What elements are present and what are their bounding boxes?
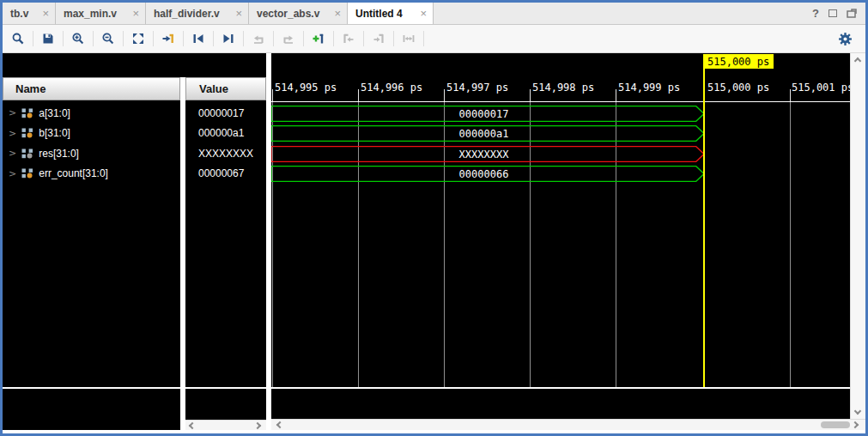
expand-chevron-icon[interactable]: > [9,107,16,118]
bus-wave-res[interactable]: XXXXXXXX [271,146,706,162]
toolbar-separator [93,31,94,46]
swap-cursor-button[interactable] [398,27,420,50]
tab-label: max_min.v [64,8,117,20]
toolbar-separator [333,31,334,46]
toolbar-separator [33,31,33,46]
tab-half-divider-v[interactable]: half_divider.v × [146,3,249,24]
signal-row-a[interactable]: > a[31:0] [3,103,180,124]
name-panel-bottom [3,389,180,430]
next-transition-button[interactable] [217,27,240,50]
tab-vector-abs-v[interactable]: vector_abs.v × [249,3,348,24]
toolbar-separator [123,31,124,46]
gridline [530,102,531,387]
float-window-icon[interactable] [829,9,837,17]
waveform-vscrollbar[interactable] [850,53,865,419]
toolbar-separator [273,31,274,46]
new-window-icon[interactable] [847,9,857,18]
time-tick-label: 515,000 ps [707,82,769,94]
signal-name-list: > a[31:0] > b[31:0] > [3,100,180,387]
gridline [790,102,791,387]
scroll-left-icon[interactable] [276,421,283,428]
time-tick-label: 514,999 ps [618,82,680,94]
swap-previous-button[interactable] [247,27,270,50]
go-to-time-button[interactable] [157,27,179,50]
gridline [616,102,616,387]
signal-value: 00000017 [191,107,244,119]
editor-tab-bar: tb.v × max_min.v × half_divider.v × vect… [3,3,865,25]
scroll-right-icon[interactable] [852,421,859,428]
signal-name: b[31:0] [39,127,70,139]
toolbar-separator [153,31,154,46]
expand-chevron-icon[interactable]: > [9,128,16,139]
signal-value-list: 00000017 000000a1 XXXXXXXX 00000067 [185,100,266,387]
previous-transition-button[interactable] [187,27,209,50]
find-button[interactable] [7,27,29,50]
zoom-fit-button[interactable] [127,27,149,50]
tab-max-min-v[interactable]: max_min.v × [56,3,146,24]
waveform-bottom-line [271,387,850,389]
bus-value-label: 00000017 [271,108,696,120]
add-marker-button[interactable] [307,27,330,50]
toolbar-separator [393,31,394,46]
bus-wave-a[interactable]: 00000017 [271,106,706,122]
scroll-left-icon[interactable] [189,422,196,429]
bus-signal-icon [21,108,33,118]
tab-close-icon[interactable]: × [420,7,427,20]
cursor-time-badge[interactable]: 515,000 ps [703,54,774,69]
vivado-waveform-window: tb.v × max_min.v × half_divider.v × vect… [0,0,868,436]
tab-label: Untitled 4 [355,8,403,20]
toolbar-separator [243,31,244,46]
signal-value: 000000a1 [191,127,244,139]
signal-row-err-count[interactable]: > err_count[31:0] [3,164,180,185]
previous-marker-button[interactable] [337,27,360,50]
gridline [358,102,359,387]
waveform-canvas[interactable]: 515,000 ps 514,995 ps 514,996 ps 514,997… [271,53,850,420]
swap-next-button[interactable] [277,27,300,50]
zoom-out-button[interactable] [97,27,119,50]
axis-tick [530,89,531,102]
toolbar-separator [63,31,64,46]
signal-value: 00000067 [191,167,244,179]
settings-gear-icon[interactable] [834,27,856,50]
time-tick-label: 514,998 ps [532,82,594,94]
tab-label: vector_abs.v [257,8,319,20]
hscrollbar-thumb[interactable] [821,421,850,428]
signal-panel-top-strip [3,53,266,77]
tab-label: tb.v [10,8,28,20]
time-cursor-line[interactable] [703,69,705,387]
signal-row-b[interactable]: > b[31:0] [3,124,180,144]
bus-signal-icon [21,148,33,159]
value-column-hscrollbar[interactable] [185,420,266,430]
axis-tick [790,89,791,102]
save-button[interactable] [37,27,59,50]
help-icon[interactable]: ? [812,7,819,20]
tab-close-icon[interactable]: × [42,7,49,20]
signal-name: res[31:0] [39,148,79,160]
axis-tick [358,89,359,102]
tab-tb-v[interactable]: tb.v × [3,3,56,24]
tab-untitled-4[interactable]: Untitled 4 × [348,3,434,24]
scroll-right-icon[interactable] [254,422,261,429]
expand-chevron-icon[interactable]: > [9,168,16,179]
scroll-up-icon[interactable] [854,58,861,64]
bus-wave-b[interactable]: 000000a1 [271,125,706,142]
bus-value-label: 000000a1 [271,128,696,140]
tab-close-icon[interactable]: × [132,7,139,20]
name-column-header[interactable]: Name [3,77,180,100]
bus-value-label: 00000066 [271,168,696,180]
tab-close-icon[interactable]: × [334,7,341,20]
value-column-header[interactable]: Value [185,77,266,100]
signal-row-res[interactable]: > res[31:0] [3,143,180,164]
expand-chevron-icon[interactable]: > [9,148,16,159]
scroll-down-icon[interactable] [854,408,861,415]
next-marker-button[interactable] [367,27,390,50]
tab-close-icon[interactable]: × [235,7,242,20]
bus-wave-err-count[interactable]: 00000066 [271,166,706,182]
bus-value-label: XXXXXXXX [271,148,696,160]
time-tick-label: 514,996 ps [361,82,422,94]
waveform-hscrollbar[interactable] [271,419,865,430]
waveform-toolbar [3,25,865,53]
zoom-in-button[interactable] [67,27,89,50]
time-tick-label: 514,995 ps [275,82,337,94]
gridline [444,102,445,387]
